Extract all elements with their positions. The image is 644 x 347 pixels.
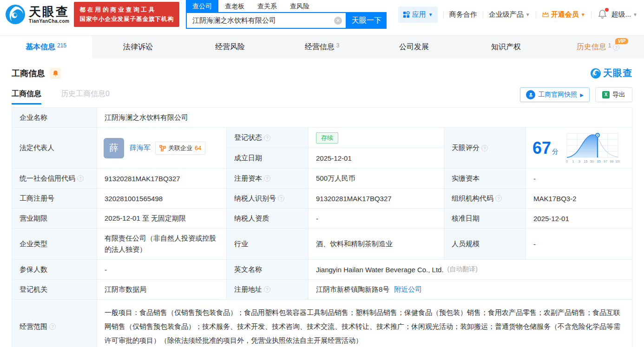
search-tab-relation[interactable]: 查关系 (251, 0, 283, 12)
reg-capital-label: 注册资本 (234, 174, 262, 183)
svg-text:3: 3 (578, 160, 580, 163)
tab-intellectual-property[interactable]: 知识产权 (460, 36, 552, 59)
chevron-right-icon: ▶ (580, 92, 584, 98)
tab-history-info[interactable]: VIP 历史信息 1 ? (552, 36, 644, 59)
search-button[interactable]: 天眼一下 (347, 12, 387, 29)
tianyancha-logo[interactable]: 天眼查 TianYanCha.com (5, 4, 69, 25)
search-row: ✕ 天眼一下 (186, 12, 387, 29)
logo-title: 天眼查 (29, 6, 69, 18)
credit-code-label-cell: 统一社会信用代码 ? (12, 169, 97, 188)
reg-status-label-cell: 登记状态 ? (227, 128, 309, 148)
open-vip-label: 开通会员 (551, 10, 579, 19)
score-cell[interactable]: 67分 (526, 128, 632, 168)
table-subrow: 登记状态 ? 存续 (227, 128, 444, 148)
help-icon[interactable]: ? (49, 323, 56, 330)
chevron-down-icon: ▼ (526, 12, 530, 17)
tab-company-development[interactable]: 公司发展 (368, 36, 460, 59)
staff-size-value: - (526, 229, 632, 259)
subscribe-bell-icon (53, 70, 59, 77)
logo-text: 天眼查 TianYanCha.com (29, 6, 69, 24)
reg-status-label: 登记状态 (234, 133, 262, 142)
top-nav: 应用 ▼ 商务合作 企业级产品 ▼ 开通会员 ▼ (398, 7, 637, 23)
tab-count: 3 (336, 42, 340, 49)
tab-operating-risk[interactable]: 经营风险 (184, 36, 276, 59)
subtab-business-info[interactable]: 工商信息 (12, 89, 41, 105)
tab-label: 经营风险 (215, 42, 245, 52)
svg-text:15: 15 (584, 160, 588, 163)
svg-text:97: 97 (604, 160, 607, 163)
term-label: 营业期限 (12, 209, 97, 228)
insured-label: 参保人数 (12, 260, 97, 279)
official-snapshot-button[interactable]: 工商官网快照 ▶ (520, 87, 590, 102)
help-icon[interactable]: ? (264, 286, 270, 293)
english-name-value: Jiangyin Hailan Water Beverage Co., Ltd. (316, 266, 444, 274)
table-row: 经营范围 ? 一般项目：食品销售（仅销售预包装食品）；食品用塑料包装容器工具制品… (12, 300, 632, 347)
taxpayer-quality-label: 纳税人资质 (227, 209, 309, 228)
export-button[interactable]: X 导出 (595, 87, 632, 102)
table-row: 营业期限 2025-12-01 至 无固定期限 纳税人资质 - 核准日期 202… (12, 209, 632, 229)
tab-basic-info[interactable]: 基本信息 215 (0, 36, 92, 59)
nav-account[interactable]: 超级... ▼ (611, 10, 637, 19)
score-distribution-chart: 0 1 3 15 50 85 97 99 100 (563, 132, 620, 164)
clear-icon[interactable]: ✕ (334, 17, 342, 25)
term-value: 2025-12-01 至 无固定期限 (97, 209, 227, 228)
scope-label-cell: 经营范围 ? (12, 300, 97, 347)
scope-label: 经营范围 (20, 322, 47, 331)
score-label: 天眼评分 (452, 144, 480, 152)
related-count: 64 (195, 144, 201, 151)
crown-icon (542, 11, 549, 18)
org-code-label-cell: 组织机构代码 ? (444, 189, 526, 208)
reg-capital-label-cell: 注册资本 ? (227, 169, 309, 188)
tyc-swirl-icon (590, 68, 601, 79)
approval-date-value: 2025-12-01 (526, 209, 632, 228)
reg-authority-value: 江阴市数据局 (97, 280, 227, 299)
cooperation-label: 商务合作 (449, 10, 477, 19)
search-tab-company[interactable]: 查公司 (186, 0, 218, 12)
brand-watermark: 天眼查 (590, 67, 632, 79)
notification-bell[interactable] (598, 9, 607, 20)
help-icon[interactable]: ? (481, 145, 488, 151)
tab-label: 公司发展 (399, 42, 429, 52)
help-icon[interactable]: ? (264, 135, 270, 141)
help-icon[interactable]: ? (495, 195, 502, 202)
apps-label: 应用 (412, 10, 426, 19)
subtab-row: 工商信息 历史工商信息0 工商官网快照 ▶ X 导出 (0, 84, 644, 105)
score-value: 67 (532, 138, 551, 157)
help-icon[interactable]: ? (77, 175, 84, 182)
search-tab-risk[interactable]: 查风险 (283, 0, 316, 12)
tyc-swirl-icon (5, 4, 26, 25)
auto-translate-note: (自动翻译) (447, 265, 478, 274)
score-unit: 分 (552, 148, 559, 155)
section-header: 工商信息 天眼查 (0, 59, 644, 84)
apps-grid-icon (403, 11, 410, 18)
avatar[interactable]: 薛 (104, 138, 124, 158)
table-row: 统一社会信用代码 ? 91320281MAK17BQ327 注册资本 ? 500… (12, 169, 632, 189)
help-icon[interactable]: ? (613, 44, 619, 51)
search-input[interactable] (192, 17, 334, 25)
apps-menu[interactable]: 应用 ▼ (398, 7, 438, 23)
help-icon[interactable]: ? (278, 195, 284, 202)
vip-badge: VIP (615, 38, 628, 44)
nearby-companies-link[interactable]: 附近公司 (394, 285, 422, 294)
table-row: 企业类型 有限责任公司（非自然人投资或控股的法人独资） 行业 酒、饮料和精制茶制… (12, 229, 632, 260)
tab-label: 历史信息 (577, 42, 606, 52)
table-row: 企业名称 江阴海澜之水饮料有限公司 (12, 108, 632, 128)
nav-enterprise[interactable]: 企业级产品 ▼ (489, 10, 530, 19)
help-icon[interactable]: ? (264, 175, 270, 182)
table-row: 登记机关 江阴市数据局 注册地址 ? 江阴市新桥镇陶新路8号 附近公司 (12, 280, 632, 300)
search-tab-boss[interactable]: 查老板 (218, 0, 251, 12)
nav-cooperation[interactable]: 商务合作 (449, 10, 477, 19)
scope-value: 一般项目：食品销售（仅销售预包装食品）；食品用塑料包装容器工具制品销售；塑料制品… (97, 300, 632, 347)
staff-size-label: 人员规模 (444, 229, 526, 259)
tab-legal[interactable]: 法律诉讼 (92, 36, 184, 59)
subscribe-bell[interactable] (50, 68, 61, 79)
tab-business-info[interactable]: 经营信息 3 (276, 36, 368, 59)
paid-capital-label: 实缴资本 (444, 169, 526, 188)
nav-open-vip[interactable]: 开通会员 ▼ (542, 10, 585, 19)
reg-authority-label: 登记机关 (12, 280, 97, 299)
taxpayer-no-label: 纳税人识别号 (234, 194, 276, 203)
divider (591, 11, 591, 18)
subtab-history-business-info[interactable]: 历史工商信息0 (61, 89, 110, 105)
legal-rep-link[interactable]: 薛海军 (130, 144, 151, 152)
related-companies-badge[interactable]: 关联企业 64 (155, 142, 205, 155)
